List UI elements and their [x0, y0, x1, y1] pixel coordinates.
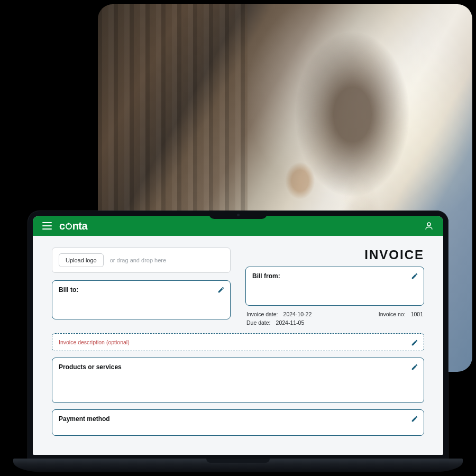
- description-placeholder: Invoice description (optional): [59, 339, 130, 345]
- hamburger-menu-icon[interactable]: [42, 222, 52, 230]
- invoice-date-label: Invoice date:: [246, 311, 278, 317]
- invoice-no-label: Invoice no:: [379, 311, 406, 317]
- edit-icon[interactable]: [411, 415, 418, 423]
- laptop-notch: [209, 210, 267, 219]
- invoice-date-value[interactable]: 2024-10-22: [283, 311, 312, 317]
- edit-icon[interactable]: [217, 286, 225, 294]
- edit-icon[interactable]: [411, 363, 418, 371]
- invoice-form: Upload logo or drag and drop here Bill t…: [33, 236, 443, 455]
- bill-to-field[interactable]: Bill to:: [52, 280, 231, 319]
- due-date-value[interactable]: 2024-11-05: [276, 319, 305, 326]
- invoice-no-value[interactable]: 1001: [411, 311, 423, 317]
- edit-icon[interactable]: [411, 272, 418, 280]
- user-profile-icon[interactable]: [424, 221, 434, 231]
- bill-from-field[interactable]: Bill from:: [245, 267, 424, 306]
- upload-hint-text: or drag and drop here: [110, 257, 166, 263]
- products-label: Products or services: [59, 363, 417, 371]
- invoice-description-field[interactable]: Invoice description (optional): [52, 333, 424, 351]
- edit-icon[interactable]: [411, 339, 418, 346]
- products-services-field[interactable]: Products or services: [52, 358, 424, 403]
- logo-upload-area[interactable]: Upload logo or drag and drop here: [52, 248, 231, 273]
- bill-to-label: Bill to:: [59, 286, 224, 294]
- laptop-base: [13, 459, 463, 472]
- bill-from-label: Bill from:: [252, 272, 417, 280]
- app-screen: cnta Upload logo or drag and drop here: [33, 216, 443, 455]
- upload-logo-button[interactable]: Upload logo: [59, 253, 104, 267]
- due-date-label: Due date:: [246, 319, 271, 326]
- invoice-meta-row-2: Due date: 2024-11-05: [245, 319, 424, 326]
- invoice-meta-row-1: Invoice date: 2024-10-22 Invoice no: 100…: [245, 311, 424, 317]
- invoice-title: INVOICE: [245, 248, 424, 262]
- laptop-mockup: cnta Upload logo or drag and drop here: [13, 210, 463, 472]
- brand-logo[interactable]: cnta: [59, 220, 87, 232]
- payment-method-field[interactable]: Payment method: [52, 409, 424, 436]
- laptop-screen-frame: cnta Upload logo or drag and drop here: [28, 210, 448, 460]
- svg-point-0: [427, 223, 431, 226]
- payment-label: Payment method: [59, 415, 417, 423]
